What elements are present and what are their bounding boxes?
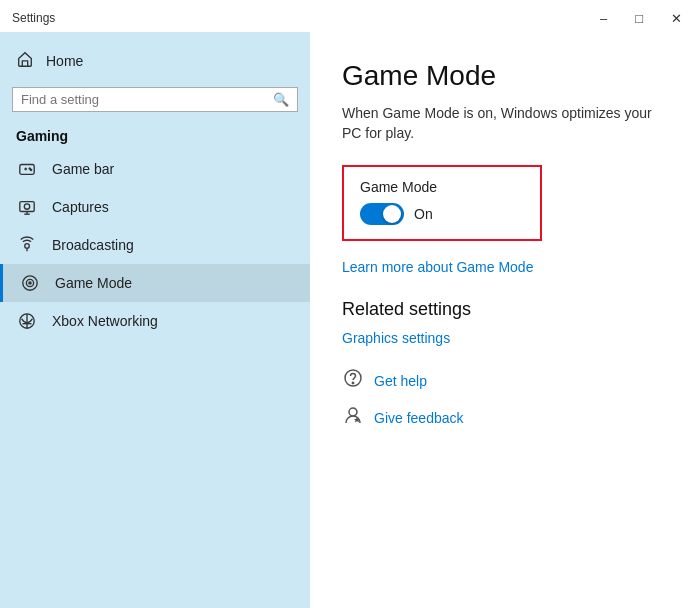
page-description: When Game Mode is on, Windows optimizes … bbox=[342, 104, 668, 143]
sidebar-item-captures[interactable]: Captures bbox=[0, 188, 310, 226]
give-feedback-label[interactable]: Give feedback bbox=[374, 410, 464, 426]
graphics-settings-link[interactable]: Graphics settings bbox=[342, 330, 668, 346]
search-icon: 🔍 bbox=[273, 92, 289, 107]
xbox-networking-icon bbox=[16, 312, 38, 330]
app-body: Home 🔍 Gaming Game bar bbox=[0, 32, 700, 608]
game-mode-box-label: Game Mode bbox=[360, 179, 524, 195]
gaming-section-label: Gaming bbox=[0, 122, 310, 150]
related-settings-title: Related settings bbox=[342, 299, 668, 320]
svg-point-8 bbox=[24, 204, 29, 209]
sidebar-item-game-bar[interactable]: Game bar bbox=[0, 150, 310, 188]
home-icon bbox=[16, 50, 34, 71]
toggle-state-label: On bbox=[414, 206, 433, 222]
game-mode-toggle[interactable] bbox=[360, 203, 404, 225]
home-label: Home bbox=[46, 53, 83, 69]
sidebar-item-broadcasting[interactable]: Broadcasting bbox=[0, 226, 310, 264]
learn-more-link[interactable]: Learn more about Game Mode bbox=[342, 259, 668, 275]
search-box[interactable]: 🔍 bbox=[12, 87, 298, 112]
close-button[interactable]: ✕ bbox=[665, 10, 688, 27]
get-help-icon bbox=[342, 368, 364, 393]
svg-point-13 bbox=[29, 282, 31, 284]
search-input[interactable] bbox=[21, 92, 273, 107]
minimize-button[interactable]: – bbox=[594, 10, 613, 27]
game-mode-icon bbox=[19, 274, 41, 292]
svg-point-18 bbox=[352, 382, 353, 383]
sidebar-item-xbox-networking[interactable]: Xbox Networking bbox=[0, 302, 310, 340]
maximize-button[interactable]: □ bbox=[629, 10, 649, 27]
toggle-row: On bbox=[360, 203, 524, 225]
get-help-label[interactable]: Get help bbox=[374, 373, 427, 389]
game-mode-box: Game Mode On bbox=[342, 165, 542, 241]
sidebar-item-game-mode[interactable]: Game Mode bbox=[0, 264, 310, 302]
game-bar-label: Game bar bbox=[52, 161, 114, 177]
svg-rect-5 bbox=[20, 202, 34, 212]
get-help-item[interactable]: Get help bbox=[342, 368, 668, 393]
broadcasting-label: Broadcasting bbox=[52, 237, 134, 253]
page-title: Game Mode bbox=[342, 60, 668, 92]
sidebar: Home 🔍 Gaming Game bar bbox=[0, 32, 310, 608]
main-content: Game Mode When Game Mode is on, Windows … bbox=[310, 32, 700, 608]
svg-point-4 bbox=[30, 169, 31, 170]
toggle-thumb bbox=[383, 205, 401, 223]
game-mode-label: Game Mode bbox=[55, 275, 132, 291]
title-bar: Settings – □ ✕ bbox=[0, 0, 700, 32]
window-controls: – □ ✕ bbox=[594, 10, 688, 27]
game-bar-icon bbox=[16, 160, 38, 178]
give-feedback-icon bbox=[342, 405, 364, 430]
xbox-networking-label: Xbox Networking bbox=[52, 313, 158, 329]
captures-icon bbox=[16, 198, 38, 216]
give-feedback-item[interactable]: Give feedback bbox=[342, 405, 668, 430]
broadcasting-icon bbox=[16, 236, 38, 254]
svg-point-19 bbox=[349, 408, 357, 416]
captures-label: Captures bbox=[52, 199, 109, 215]
sidebar-item-home[interactable]: Home bbox=[0, 40, 310, 81]
app-title: Settings bbox=[12, 11, 55, 25]
svg-point-9 bbox=[25, 244, 30, 249]
